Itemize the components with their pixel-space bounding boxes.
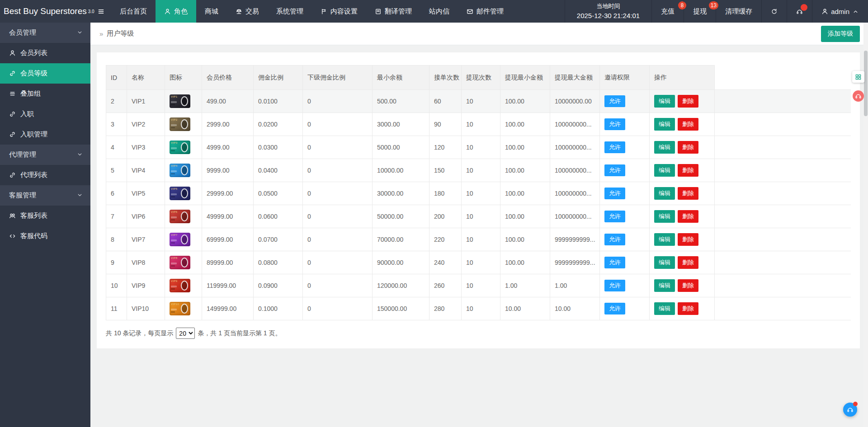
per-page-select[interactable]: 20 <box>176 328 195 339</box>
sidebar-item[interactable]: 客服代码 <box>0 226 90 246</box>
sidebar-item[interactable]: 会员列表 <box>0 43 90 63</box>
commission-cell: 0.0600 <box>254 205 303 228</box>
sidebar-item[interactable]: 叠加组 <box>0 84 90 104</box>
nav-item[interactable]: 交易 <box>227 0 268 23</box>
orders-cell: 280 <box>429 297 462 320</box>
nav-item[interactable]: 系统管理 <box>268 0 312 23</box>
edit-button[interactable]: 编辑 <box>654 118 675 131</box>
delete-button[interactable]: 删除 <box>678 95 698 108</box>
sidebar-group-header[interactable]: 客服管理 <box>0 185 90 206</box>
allow-button[interactable]: 允许 <box>604 211 625 222</box>
scrollbar-track[interactable] <box>863 23 868 427</box>
refresh-button[interactable] <box>761 0 787 23</box>
scrollbar-thumb[interactable] <box>864 51 868 116</box>
nav-item[interactable]: 商城 <box>196 0 227 23</box>
price-cell: 2999.00 <box>202 113 254 136</box>
nav-item[interactable]: 站内信 <box>420 0 458 23</box>
recharge-button[interactable]: 充值 8 <box>651 0 684 23</box>
edit-button[interactable]: 编辑 <box>654 95 675 108</box>
nav-item[interactable]: 后台首页 <box>111 0 156 23</box>
withdraw-times-cell: 10 <box>462 159 500 182</box>
allow-button[interactable]: 允许 <box>604 95 625 107</box>
delete-button[interactable]: 删除 <box>678 210 698 223</box>
delete-button[interactable]: 删除 <box>678 141 698 154</box>
column-settings-button[interactable] <box>852 71 864 83</box>
allow-button[interactable]: 允许 <box>604 118 625 130</box>
column-header: 最小余额 <box>373 66 429 90</box>
admin-menu[interactable]: admin <box>812 0 868 23</box>
vip-card-icon: VIP4 <box>170 164 190 177</box>
name-cell: VIP9 <box>127 274 165 297</box>
delete-button[interactable]: 删除 <box>678 279 698 292</box>
nav-item[interactable]: 内容设置 <box>312 0 366 23</box>
name-cell: VIP2 <box>127 113 165 136</box>
edit-button[interactable]: 编辑 <box>654 302 675 315</box>
refresh-icon <box>771 8 778 15</box>
sidebar-item-label: 客服列表 <box>20 211 47 220</box>
sidebar-item[interactable]: 入职 <box>0 104 90 124</box>
delete-button[interactable]: 删除 <box>678 164 698 177</box>
delete-button[interactable]: 删除 <box>678 302 698 315</box>
allow-button[interactable]: 允许 <box>604 257 625 268</box>
sidebar-item[interactable]: 客服列表 <box>0 206 90 226</box>
clear-cache-button[interactable]: 清理缓存 <box>716 0 761 23</box>
link-icon <box>9 131 16 138</box>
allow-button[interactable]: 允许 <box>604 280 625 291</box>
sidebar-item[interactable]: 会员等级 <box>0 63 90 84</box>
filler-cell <box>715 113 851 136</box>
min-balance-cell: 3000.00 <box>373 113 429 136</box>
name-cell: VIP4 <box>127 159 165 182</box>
nav-item[interactable]: 角色 <box>156 0 196 23</box>
column-header: 提现次数 <box>462 66 500 90</box>
edit-button[interactable]: 编辑 <box>654 141 675 154</box>
sidebar-group-header[interactable]: 会员管理 <box>0 23 90 43</box>
withdraw-times-cell: 10 <box>462 113 500 136</box>
actions-cell: 编辑删除 <box>650 182 715 205</box>
withdraw-button[interactable]: 提现 13 <box>684 0 716 23</box>
nav-item[interactable]: 翻译管理 <box>366 0 420 23</box>
sidebar-item[interactable]: 入职管理 <box>0 124 90 145</box>
edit-button[interactable]: 编辑 <box>654 256 675 269</box>
delete-button[interactable]: 删除 <box>678 256 698 269</box>
allow-button[interactable]: 允许 <box>604 234 625 245</box>
edit-button[interactable]: 编辑 <box>654 279 675 292</box>
delete-button[interactable]: 删除 <box>678 187 698 200</box>
withdraw-times-cell: 10 <box>462 136 500 159</box>
edit-button[interactable]: 编辑 <box>654 187 675 200</box>
allow-button[interactable]: 允许 <box>604 188 625 199</box>
allow-button[interactable]: 允许 <box>604 141 625 153</box>
invite-permission-cell: 允许 <box>600 113 650 136</box>
support-button[interactable] <box>787 0 812 23</box>
min-balance-cell: 5000.00 <box>373 136 429 159</box>
delete-button[interactable]: 删除 <box>678 233 698 246</box>
add-level-button[interactable]: 添加等级 <box>821 26 860 42</box>
icon-cell: VIP10 <box>165 297 202 320</box>
id-cell: 3 <box>106 113 127 136</box>
allow-button[interactable]: 允许 <box>604 164 625 176</box>
orders-cell: 260 <box>429 274 462 297</box>
orders-cell: 90 <box>429 113 462 136</box>
commission-cell: 0.0300 <box>254 136 303 159</box>
actions-cell: 编辑删除 <box>650 251 715 274</box>
allow-button[interactable]: 允许 <box>604 303 625 314</box>
edit-button[interactable]: 编辑 <box>654 164 675 177</box>
local-time-label: 当地时间 <box>577 2 640 11</box>
vip-card-icon: VIP8 <box>170 256 190 269</box>
edit-button[interactable]: 编辑 <box>654 210 675 223</box>
sidebar-group-header[interactable]: 代理管理 <box>0 145 90 165</box>
edit-button[interactable]: 编辑 <box>654 233 675 246</box>
nav-item[interactable]: 邮件管理 <box>458 0 512 23</box>
pagination: 共 10 条记录，每页显示 20 条，共 1 页当前显示第 1 页。 <box>106 328 851 339</box>
sidebar-toggle-button[interactable] <box>90 0 111 23</box>
vip-card-icon: VIP9 <box>170 279 190 292</box>
filler-cell <box>715 251 851 274</box>
delete-button[interactable]: 删除 <box>678 118 698 131</box>
id-cell: 4 <box>106 136 127 159</box>
support-fab[interactable] <box>843 403 857 417</box>
min-balance-cell: 30000.00 <box>373 182 429 205</box>
service-float-button[interactable] <box>853 90 864 102</box>
sub-commission-cell: 0 <box>303 136 373 159</box>
column-header: 提现最大金额 <box>550 66 600 90</box>
column-header: 会员价格 <box>202 66 254 90</box>
sidebar-item[interactable]: 代理列表 <box>0 165 90 185</box>
